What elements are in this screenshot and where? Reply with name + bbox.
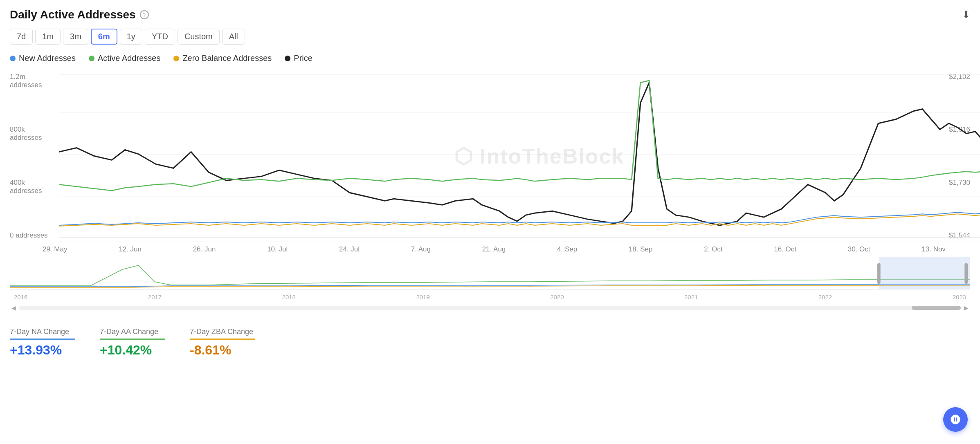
x-axis: 29. May 12. Jun 26. Jun 10. Jul 24. Jul … [10, 242, 970, 253]
mini-x-2016: 2016 [14, 294, 27, 300]
y-axis-left: 1.2m addresses 800k addresses 400k addre… [10, 70, 59, 242]
legend-dot-new [10, 56, 16, 61]
legend-price: Price [285, 54, 312, 63]
x-label-jun26: 26. Jun [193, 245, 216, 253]
mini-x-2018: 2018 [282, 294, 296, 300]
filter-all[interactable]: All [222, 29, 245, 45]
stat-na-value: +13.93% [10, 343, 75, 358]
filter-1m[interactable]: 1m [35, 29, 61, 45]
mini-chart-area[interactable] [10, 257, 970, 289]
y-label-1.2m: 1.2m addresses [10, 73, 59, 89]
legend-zero-balance: Zero Balance Addresses [173, 54, 272, 63]
x-label-nov13: 13. Nov [922, 245, 946, 253]
legend-dot-active [89, 56, 94, 61]
x-label-sep18: 18. Sep [629, 245, 653, 253]
filter-6m[interactable]: 6m [91, 29, 117, 45]
stat-zba-bar [190, 339, 255, 340]
legend-label-price: Price [294, 54, 312, 63]
mini-x-2023: 2023 [953, 294, 966, 300]
legend-label-zero: Zero Balance Addresses [182, 54, 272, 63]
chart-legend: New Addresses Active Addresses Zero Bala… [10, 54, 970, 63]
legend-active-addresses: Active Addresses [89, 54, 160, 63]
help-icon[interactable]: ? [140, 10, 149, 19]
y-label-400k: 400k addresses [10, 179, 59, 195]
stat-zba-value: -8.61% [190, 343, 255, 358]
mini-x-axis: 2016 2017 2018 2019 2020 2021 2022 2023 [10, 293, 970, 301]
stat-zba-change: 7-Day ZBA Change -8.61% [190, 327, 255, 358]
y-label-0: 0 addresses [10, 231, 59, 240]
stats-row: 7-Day NA Change +13.93% 7-Day AA Change … [10, 323, 970, 358]
stat-aa-value: +10.42% [100, 343, 165, 358]
x-label-aug21: 21. Aug [482, 245, 506, 253]
filter-ytd[interactable]: YTD [145, 29, 175, 45]
filter-7d[interactable]: 7d [10, 29, 33, 45]
header-row: Daily Active Addresses ? ⬇ [10, 8, 970, 21]
scroll-thumb[interactable] [912, 306, 961, 310]
mini-chart-svg [10, 257, 970, 289]
main-chart-svg [59, 70, 980, 242]
mini-chart-selection [879, 257, 970, 289]
legend-label-new: New Addresses [19, 54, 76, 63]
stat-aa-label: 7-Day AA Change [100, 327, 165, 336]
x-label-jul24: 24. Jul [339, 245, 360, 253]
fab-icon [950, 414, 961, 425]
x-label-may29: 29. May [43, 245, 67, 253]
x-label-sep4: 4. Sep [557, 245, 577, 253]
scroll-track[interactable] [19, 306, 961, 310]
legend-label-active: Active Addresses [98, 54, 160, 63]
mini-x-2020: 2020 [550, 294, 564, 300]
legend-dot-zero [173, 56, 179, 61]
x-label-jun12: 12. Jun [119, 245, 142, 253]
y-label-800k: 800k addresses [10, 126, 59, 142]
filter-3m[interactable]: 3m [63, 29, 88, 45]
x-label-oct30: 30. Oct [848, 245, 870, 253]
svg-rect-6 [964, 263, 968, 284]
header-left: Daily Active Addresses ? [10, 8, 149, 21]
mini-x-2022: 2022 [818, 294, 832, 300]
main-chart-container: 1.2m addresses 800k addresses 400k addre… [10, 70, 970, 242]
fab-button[interactable] [943, 407, 968, 432]
legend-new-addresses: New Addresses [10, 54, 76, 63]
time-filters: 7d 1m 3m 6m 1y YTD Custom All [10, 29, 970, 45]
x-label-aug7: 7. Aug [411, 245, 431, 253]
stat-zba-label: 7-Day ZBA Change [190, 327, 255, 336]
filter-1y[interactable]: 1y [120, 29, 142, 45]
scroll-right-arrow[interactable]: ▶ [962, 305, 970, 311]
mini-x-2019: 2019 [416, 294, 429, 300]
mini-x-2017: 2017 [148, 294, 162, 300]
download-icon[interactable]: ⬇ [962, 9, 970, 20]
main-chart-area: ⬡ IntoTheBlock [59, 70, 980, 242]
stat-na-bar [10, 339, 75, 340]
scroll-bar-row: ◀ ▶ [10, 304, 970, 312]
filter-custom[interactable]: Custom [178, 29, 220, 45]
page-title: Daily Active Addresses [10, 8, 136, 21]
legend-dot-price [285, 56, 290, 61]
stat-aa-change: 7-Day AA Change +10.42% [100, 327, 165, 358]
stat-na-change: 7-Day NA Change +13.93% [10, 327, 75, 358]
x-label-oct2: 2. Oct [704, 245, 722, 253]
scroll-left-arrow[interactable]: ◀ [10, 305, 18, 311]
mini-x-2021: 2021 [684, 294, 698, 300]
stat-na-label: 7-Day NA Change [10, 327, 75, 336]
svg-rect-5 [877, 263, 881, 284]
stat-aa-bar [100, 339, 165, 340]
x-label-oct16: 16. Oct [774, 245, 796, 253]
x-label-jul10: 10. Jul [267, 245, 288, 253]
